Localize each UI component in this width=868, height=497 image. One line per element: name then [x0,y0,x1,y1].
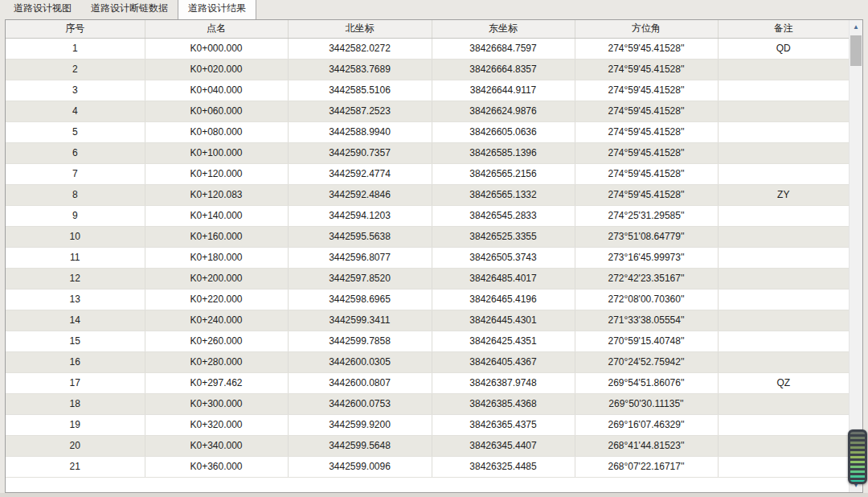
cell-remark[interactable] [718,247,849,268]
cell-point[interactable]: K0+040.000 [145,80,288,101]
table-row[interactable]: 18 K0+300.000 3442600.0753 38426385.4368… [6,393,849,414]
cell-remark[interactable] [718,414,849,435]
cell-north[interactable]: 3442594.1203 [288,205,432,226]
tab-road-design-view[interactable]: 道路设计视图 [4,0,81,19]
table-row[interactable]: 10 K0+160.000 3442595.5638 38426525.3355… [6,226,849,247]
cell-azimuth[interactable]: 274°59'45.41528'' [575,80,718,101]
cell-north[interactable]: 3442592.4774 [288,163,432,184]
cell-remark[interactable] [718,163,849,184]
cell-remark[interactable]: QZ [718,372,849,393]
cell-east[interactable]: 38426345.4407 [432,435,575,456]
cell-azimuth[interactable]: 274°59'45.41528'' [575,101,718,121]
cell-azimuth[interactable]: 269°54'51.86076'' [575,372,718,393]
cell-remark[interactable] [718,435,849,456]
cell-point[interactable]: K0+180.000 [145,247,288,268]
cell-point[interactable]: K0+297.462 [145,372,288,393]
cell-north[interactable]: 3442599.9200 [288,414,432,435]
cell-azimuth[interactable]: 274°59'45.41528'' [575,121,718,142]
cell-north[interactable]: 3442600.0753 [288,393,432,414]
cell-north[interactable]: 3442599.5648 [288,435,432,456]
cell-azimuth[interactable]: 274°59'45.41528'' [575,163,718,184]
table-row[interactable]: 6 K0+100.000 3442590.7357 38426585.1396 … [6,142,849,163]
cell-remark[interactable] [718,226,849,247]
cell-remark[interactable] [718,59,849,80]
cell-seq[interactable]: 1 [6,38,145,59]
column-header-remark[interactable]: 备注 [718,20,849,38]
cell-remark[interactable] [718,80,849,101]
cell-seq[interactable]: 11 [6,247,145,268]
table-row[interactable]: 11 K0+180.000 3442596.8077 38426505.3743… [6,247,849,268]
cell-azimuth[interactable]: 274°59'45.41528'' [575,59,718,80]
cell-east[interactable]: 38426445.4301 [432,310,575,331]
cell-point[interactable]: K0+140.000 [145,205,288,226]
cell-point[interactable]: K0+200.000 [145,268,288,289]
cell-seq[interactable]: 18 [6,393,145,414]
table-row[interactable]: 19 K0+320.000 3442599.9200 38426365.4375… [6,414,849,435]
table-row[interactable]: 2 K0+020.000 3442583.7689 38426664.8357 … [6,59,849,80]
cell-north[interactable]: 3442585.5106 [288,80,432,101]
cell-azimuth[interactable]: 273°16'45.99973'' [575,247,718,268]
table-row[interactable]: 16 K0+280.000 3442600.0305 38426405.4367… [6,351,849,372]
cell-azimuth[interactable]: 269°50'30.11135'' [575,393,718,414]
table-row[interactable]: 12 K0+200.000 3442597.8520 38426485.4017… [6,268,849,289]
cell-east[interactable]: 38426465.4196 [432,289,575,310]
cell-north[interactable]: 3442595.5638 [288,226,432,247]
cell-point[interactable]: K0+120.083 [145,184,288,205]
cell-azimuth[interactable]: 270°24'52.75942'' [575,351,718,372]
cell-east[interactable]: 38426365.4375 [432,414,575,435]
cell-seq[interactable]: 6 [6,142,145,163]
cell-seq[interactable]: 2 [6,59,145,80]
cell-point[interactable]: K0+060.000 [145,101,288,121]
cell-azimuth[interactable]: 268°07'22.16717'' [575,456,718,477]
table-row[interactable]: 14 K0+240.000 3442599.3411 38426445.4301… [6,310,849,331]
cell-point[interactable]: K0+360.000 [145,456,288,477]
cell-remark[interactable] [718,101,849,121]
cell-seq[interactable]: 5 [6,121,145,142]
cell-remark[interactable] [718,331,849,351]
cell-seq[interactable]: 17 [6,372,145,393]
cell-seq[interactable]: 14 [6,310,145,331]
cell-point[interactable]: K0+220.000 [145,289,288,310]
cell-north[interactable]: 3442599.3411 [288,310,432,331]
cell-north[interactable]: 3442597.8520 [288,268,432,289]
cell-azimuth[interactable]: 268°41'44.81523'' [575,435,718,456]
cell-east[interactable]: 38426525.3355 [432,226,575,247]
cell-remark[interactable] [718,310,849,331]
cell-point[interactable]: K0+300.000 [145,393,288,414]
cell-east[interactable]: 38426325.4485 [432,456,575,477]
column-header-point[interactable]: 点名 [145,20,288,38]
cell-seq[interactable]: 7 [6,163,145,184]
cell-point[interactable]: K0+240.000 [145,310,288,331]
table-row[interactable]: 13 K0+220.000 3442598.6965 38426465.4196… [6,289,849,310]
cell-east[interactable]: 38426485.4017 [432,268,575,289]
table-row[interactable]: 20 K0+340.000 3442599.5648 38426345.4407… [6,435,849,456]
cell-point[interactable]: K0+000.000 [145,38,288,59]
cell-east[interactable]: 38426425.4351 [432,331,575,351]
cell-seq[interactable]: 16 [6,351,145,372]
cell-east[interactable]: 38426644.9117 [432,80,575,101]
cell-seq[interactable]: 19 [6,414,145,435]
cell-seq[interactable]: 4 [6,101,145,121]
cell-east[interactable]: 38426565.1332 [432,184,575,205]
cell-north[interactable]: 3442600.0305 [288,351,432,372]
cell-seq[interactable]: 15 [6,331,145,351]
cell-north[interactable]: 3442600.0807 [288,372,432,393]
cell-azimuth[interactable]: 272°42'23.35167'' [575,268,718,289]
table-row[interactable]: 4 K0+060.000 3442587.2523 38426624.9876 … [6,101,849,121]
cell-east[interactable]: 38426624.9876 [432,101,575,121]
scroll-up-icon[interactable]: ▲ [850,20,862,34]
cell-seq[interactable]: 21 [6,456,145,477]
cell-azimuth[interactable]: 269°16'07.46329'' [575,414,718,435]
cell-east[interactable]: 38426387.9748 [432,372,575,393]
cell-east[interactable]: 38426505.3743 [432,247,575,268]
table-row[interactable]: 1 K0+000.000 3442582.0272 38426684.7597 … [6,38,849,59]
cell-point[interactable]: K0+340.000 [145,435,288,456]
cell-north[interactable]: 3442587.2523 [288,101,432,121]
cell-remark[interactable] [718,142,849,163]
cell-point[interactable]: K0+080.000 [145,121,288,142]
cell-azimuth[interactable]: 272°08'00.70360'' [575,289,718,310]
cell-east[interactable]: 38426385.4368 [432,393,575,414]
cell-azimuth[interactable]: 270°59'15.40748'' [575,331,718,351]
cell-north[interactable]: 3442582.0272 [288,38,432,59]
tab-road-design-results[interactable]: 道路设计结果 [178,0,256,19]
